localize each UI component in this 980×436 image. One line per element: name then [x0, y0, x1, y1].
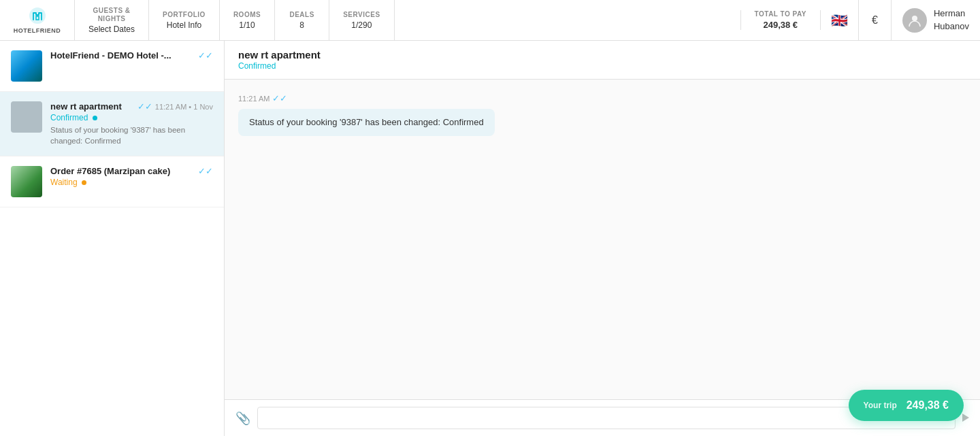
header-total[interactable]: TOTAL TO PAY 249,38 € — [740, 10, 821, 30]
currency-button[interactable]: € — [859, 0, 892, 41]
nav-deals[interactable]: DEALS 8 — [275, 0, 329, 40]
chat-title: new rt apartment — [238, 49, 966, 61]
avatar — [902, 8, 927, 33]
svg-point-2 — [912, 16, 917, 21]
main-content: HotelFriend - DEMO Hotel -... ✓✓ new rt … — [0, 41, 980, 436]
nav-guests-nights-value: Select Dates — [88, 24, 135, 34]
attach-button[interactable]: 📎 — [235, 411, 250, 426]
read-check-icon-2: ✓✓ — [137, 101, 152, 112]
header-nav: GUESTS &NIGHTS Select Dates PORTFOLIO Ho… — [75, 0, 740, 40]
currency-symbol: € — [872, 14, 878, 27]
conv-status-new-rt: Confirmed — [50, 113, 213, 122]
conv-avatar-hotel — [11, 50, 42, 82]
header: HOTELFRIEND GUESTS &NIGHTS Select Dates … — [0, 0, 980, 41]
conv-meta-order: ✓✓ — [198, 166, 213, 176]
conv-status-order: Waiting — [50, 178, 213, 187]
delivered-icon: ✓✓ — [272, 93, 287, 103]
logo-label: HOTELFRIEND — [14, 27, 61, 34]
nav-services[interactable]: SERVICES 1/290 — [329, 0, 394, 40]
nav-deals-value: 8 — [299, 20, 304, 30]
logo-icon — [28, 6, 47, 27]
nav-rooms-label: ROOMS — [233, 11, 261, 19]
total-label: TOTAL TO PAY — [755, 10, 806, 18]
user-menu-button[interactable]: Herman Hubanov — [892, 0, 980, 41]
conv-preview-new-rt: Status of your booking '9387' has been c… — [50, 124, 213, 146]
nav-portfolio-label: PORTFOLIO — [163, 11, 206, 19]
conv-avatar-order — [11, 166, 42, 197]
nav-portfolio[interactable]: PORTFOLIO Hotel Info — [149, 0, 220, 40]
header-right: TOTAL TO PAY 249,38 € 🇬🇧 € Herman Hubano… — [740, 0, 980, 40]
svg-point-0 — [29, 7, 46, 24]
sidebar: HotelFriend - DEMO Hotel -... ✓✓ new rt … — [0, 41, 225, 436]
chat-subtitle: Confirmed — [238, 61, 966, 71]
status-dot-blue — [93, 116, 97, 120]
conv-body-hotel: HotelFriend - DEMO Hotel -... ✓✓ — [50, 50, 213, 62]
status-dot-orange — [82, 180, 86, 185]
total-value: 249,38 € — [763, 20, 798, 30]
nav-guests-nights-label: GUESTS &NIGHTS — [93, 7, 130, 23]
conv-title-order: Order #7685 (Marzipan cake) — [50, 166, 170, 176]
language-button[interactable]: 🇬🇧 — [821, 0, 859, 41]
flag-icon: 🇬🇧 — [831, 12, 848, 29]
conv-title-new-rt: new rt apartment — [50, 101, 122, 112]
trip-amount: 249,38 € — [906, 399, 949, 412]
nav-rooms[interactable]: ROOMS 1/10 — [220, 0, 275, 40]
message-timestamp: 11:21 AM ✓✓ — [238, 93, 966, 103]
trip-label: Your trip — [864, 401, 897, 410]
send-arrow-icon — [962, 414, 969, 422]
chat-area: new rt apartment Confirmed 11:21 AM ✓✓ S… — [225, 41, 980, 436]
message-bubble: Status of your booking '9387' has been c… — [238, 109, 495, 136]
user-name: Herman Hubanov — [934, 7, 969, 32]
conversation-item-hotel-demo[interactable]: HotelFriend - DEMO Hotel -... ✓✓ — [0, 41, 224, 92]
conv-title-hotel: HotelFriend - DEMO Hotel -... — [50, 50, 172, 61]
conversation-item-new-rt[interactable]: new rt apartment ✓✓ 11:21 AM • 1 Nov Con… — [0, 92, 224, 156]
nav-services-value: 1/290 — [351, 20, 372, 30]
conv-meta-new-rt: ✓✓ 11:21 AM • 1 Nov — [137, 101, 213, 112]
nav-rooms-value: 1/10 — [239, 20, 255, 30]
chat-header: new rt apartment Confirmed — [225, 41, 980, 80]
conv-meta-hotel: ✓✓ — [198, 50, 213, 61]
read-check-icon-3: ✓✓ — [198, 166, 213, 176]
conv-body-new-rt: new rt apartment ✓✓ 11:21 AM • 1 Nov Con… — [50, 101, 213, 146]
conv-avatar-new-rt — [11, 101, 42, 133]
conv-body-order: Order #7685 (Marzipan cake) ✓✓ Waiting — [50, 166, 213, 189]
send-button[interactable] — [962, 411, 969, 425]
logo[interactable]: HOTELFRIEND — [0, 0, 75, 40]
nav-deals-label: DEALS — [289, 11, 314, 19]
nav-services-label: SERVICES — [343, 11, 380, 19]
read-check-icon: ✓✓ — [198, 50, 213, 61]
conv-time: 11:21 AM • 1 Nov — [155, 103, 213, 111]
chat-messages: 11:21 AM ✓✓ Status of your booking '9387… — [225, 80, 980, 399]
your-trip-button[interactable]: Your trip 249,38 € — [849, 390, 964, 421]
nav-guests-nights[interactable]: GUESTS &NIGHTS Select Dates — [75, 0, 149, 40]
nav-portfolio-value: Hotel Info — [167, 20, 201, 30]
conversation-item-order-7685[interactable]: Order #7685 (Marzipan cake) ✓✓ Waiting — [0, 156, 224, 207]
